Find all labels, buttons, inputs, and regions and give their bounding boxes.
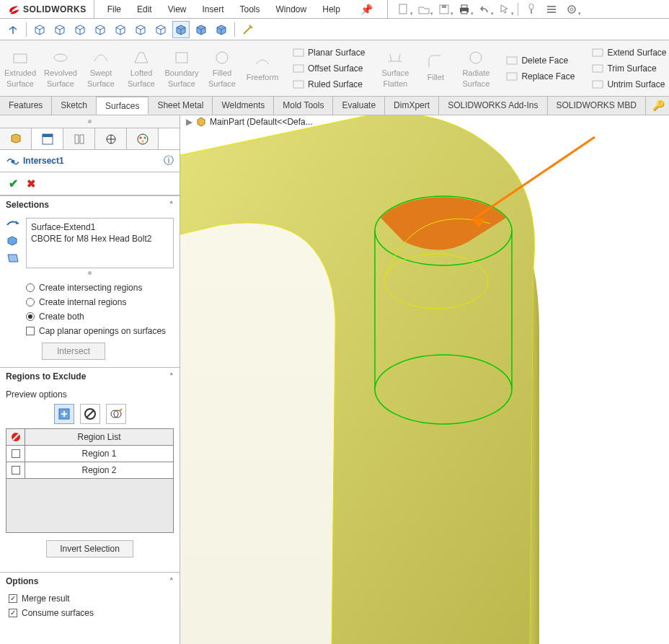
check-cap-planar[interactable]: Cap planar openings on surfaces <box>6 324 174 338</box>
region-exclude-check[interactable] <box>12 466 20 475</box>
planar-surface-icon <box>293 47 304 58</box>
config-icon <box>73 133 86 146</box>
plane-filter-icon[interactable] <box>6 252 20 265</box>
intersect-button[interactable]: Intersect <box>42 343 105 360</box>
offset-surface-button[interactable]: Offset Surface <box>290 61 368 76</box>
view-selector-button[interactable] <box>239 21 257 38</box>
section-regions-header[interactable]: Regions to Exclude ˄ <box>0 368 180 385</box>
view-back-button[interactable] <box>51 21 68 38</box>
section-options-header[interactable]: Options ˄ <box>0 573 180 590</box>
view-front-button[interactable] <box>31 21 48 38</box>
view-dimetric-button[interactable] <box>192 21 210 38</box>
settings-button[interactable]: ▾ <box>562 1 582 17</box>
cancel-button[interactable]: ✖ <box>27 177 36 190</box>
pm-tab-dimxpert[interactable] <box>95 128 127 149</box>
selection-list[interactable]: Surface-Extend1 CBORE for M8 Hex Head Bo… <box>26 218 174 268</box>
tab-features[interactable]: Features <box>0 97 52 115</box>
breadcrumb-text: MainPart (Default<<Defa... <box>210 117 313 127</box>
help-icon[interactable]: ⓘ <box>164 154 174 167</box>
pm-grip[interactable] <box>0 115 180 128</box>
selection-item[interactable]: CBORE for M8 Hex Head Bolt2 <box>31 233 169 244</box>
view-normal-button[interactable] <box>213 21 230 38</box>
delete-face-button[interactable]: Delete Face <box>503 53 577 69</box>
tab-surfaces[interactable]: Surfaces <box>97 97 149 115</box>
region-row[interactable]: Region 1 <box>6 446 173 462</box>
surface-body-filter-icon[interactable] <box>6 235 20 248</box>
pm-tab-appearance[interactable] <box>127 128 159 149</box>
radio-create-internal[interactable]: Create internal regions <box>6 295 174 309</box>
pm-tab-config[interactable] <box>63 128 95 149</box>
untrim-surface-button[interactable]: Untrim Surface <box>589 76 669 92</box>
undo-button[interactable]: ▾ <box>474 1 495 17</box>
boundary-surface-button[interactable]: BoundarySurface <box>161 40 202 96</box>
selection-item[interactable]: Surface-Extend1 <box>31 221 169 233</box>
region-exclude-check[interactable] <box>12 449 20 458</box>
ruled-surface-button[interactable]: Ruled Surface <box>290 76 368 92</box>
tab-sheet-metal[interactable]: Sheet Metal <box>149 97 213 115</box>
radio-create-intersecting[interactable]: Create intersecting regions <box>6 281 174 295</box>
options-button[interactable] <box>541 1 562 17</box>
view-bottom-button[interactable] <box>132 21 149 38</box>
pm-tab-feature-tree[interactable] <box>0 128 32 149</box>
tab-addins[interactable]: SOLIDWORKS Add-Ins <box>439 97 547 115</box>
preview-show-included-button[interactable] <box>54 404 74 424</box>
fillet-button[interactable]: Fillet <box>415 40 456 96</box>
ok-button[interactable]: ✔ <box>9 177 18 190</box>
view-top-button[interactable] <box>112 21 129 38</box>
check-merge-result[interactable]: Merge result <box>6 591 174 606</box>
region-row[interactable]: Region 2 <box>6 462 173 479</box>
view-iso-button[interactable] <box>152 21 169 38</box>
planar-surface-button[interactable]: Planar Surface <box>290 45 368 61</box>
tab-weldments[interactable]: Weldments <box>213 97 274 115</box>
select-button[interactable]: ▾ <box>495 1 515 17</box>
view-right-button[interactable] <box>92 21 109 38</box>
menu-file[interactable]: File <box>100 1 128 17</box>
menu-window[interactable]: Window <box>269 1 314 17</box>
menu-tools[interactable]: Tools <box>233 1 267 17</box>
trim-surface-button[interactable]: Trim Surface <box>589 61 669 76</box>
revolved-surface-button[interactable]: RevolvedSurface <box>40 40 81 96</box>
region-list-body[interactable]: Region 1 Region 2 <box>6 446 173 532</box>
svg-point-6 <box>529 4 533 9</box>
tab-evaluate[interactable]: Evaluate <box>333 97 385 115</box>
pin-menu-icon[interactable]: 📌 <box>353 4 380 15</box>
surface-flatten-button[interactable]: SurfaceFlatten <box>375 40 415 96</box>
pm-tab-property-manager[interactable] <box>32 128 63 149</box>
solid-body-filter-icon[interactable] <box>6 218 20 231</box>
new-doc-button[interactable]: ▾ <box>394 1 414 17</box>
view-left-button[interactable] <box>71 21 89 38</box>
replace-face-button[interactable]: Replace Face <box>503 69 577 84</box>
extruded-surface-button[interactable]: ExtrudedSurface <box>0 40 40 96</box>
cube-icon <box>114 23 127 36</box>
menu-view[interactable]: View <box>161 1 194 17</box>
open-button[interactable]: ▾ <box>414 1 434 17</box>
search-key-icon[interactable]: 🔑 <box>652 100 665 111</box>
tab-sketch[interactable]: Sketch <box>52 97 97 115</box>
tab-mold-tools[interactable]: Mold Tools <box>274 97 333 115</box>
extend-surface-button[interactable]: Extend Surface <box>589 45 669 61</box>
section-selections-header[interactable]: Selections ˄ <box>0 196 180 213</box>
menu-help[interactable]: Help <box>315 1 347 17</box>
swept-surface-button[interactable]: SweptSurface <box>81 40 121 96</box>
preview-show-excluded-button[interactable] <box>80 404 100 424</box>
graphics-viewport[interactable] <box>180 115 669 644</box>
preview-show-both-button[interactable] <box>106 404 126 424</box>
menu-insert[interactable]: Insert <box>195 1 231 17</box>
view-trimetric-button[interactable] <box>172 21 190 38</box>
radiate-surface-button[interactable]: RadiateSurface <box>456 40 496 96</box>
svg-point-36 <box>141 140 143 142</box>
orientation-triad-button[interactable] <box>4 21 22 38</box>
breadcrumb[interactable]: ▶ MainPart (Default<<Defa... <box>186 116 313 128</box>
menu-edit[interactable]: Edit <box>130 1 159 17</box>
check-consume-surfaces[interactable]: Consume surfaces <box>6 606 174 620</box>
save-button[interactable]: ▾ <box>434 1 454 17</box>
tab-mbd[interactable]: SOLIDWORKS MBD <box>548 97 646 115</box>
rebuild-button[interactable] <box>521 1 541 17</box>
freeform-button[interactable]: Freeform <box>242 40 283 96</box>
filled-surface-button[interactable]: FilledSurface <box>202 40 242 96</box>
print-button[interactable]: ▾ <box>454 1 474 17</box>
invert-selection-button[interactable]: Invert Selection <box>46 540 133 557</box>
lofted-surface-button[interactable]: LoftedSurface <box>121 40 161 96</box>
radio-create-both[interactable]: Create both <box>6 309 174 324</box>
tab-dimxpert[interactable]: DimXpert <box>385 97 439 115</box>
